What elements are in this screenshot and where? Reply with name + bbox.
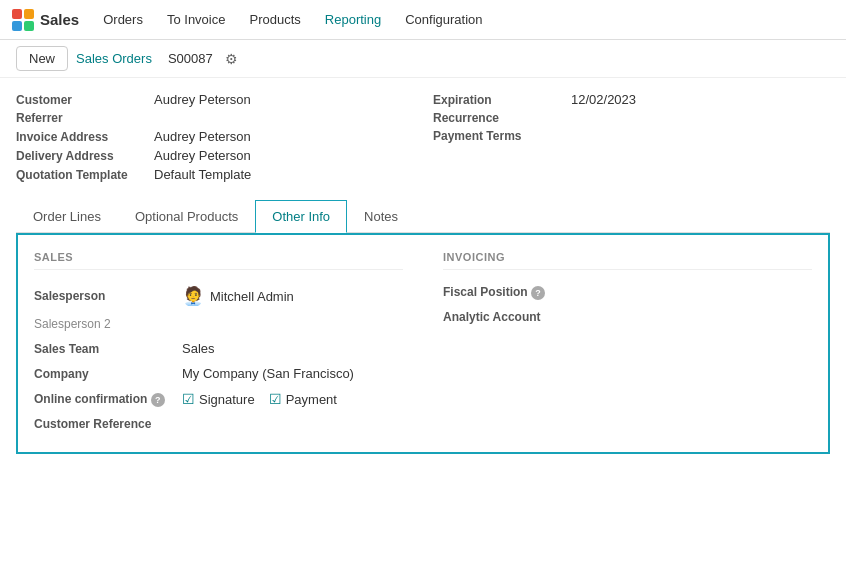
label-salesperson2: Salesperson 2 xyxy=(34,317,174,331)
field-fiscal-position: Fiscal Position ? xyxy=(443,280,812,305)
salesperson-name: Mitchell Admin xyxy=(210,289,294,304)
label-quotation-template: Quotation Template xyxy=(16,168,146,182)
checkbox-signature-icon: ☑ xyxy=(182,391,195,407)
nav-to-invoice[interactable]: To Invoice xyxy=(157,6,236,33)
gear-icon[interactable]: ⚙ xyxy=(225,51,238,67)
app-brand: Sales xyxy=(40,11,79,28)
field-referrer: Referrer xyxy=(16,109,413,127)
checkbox-payment-label: Payment xyxy=(286,392,337,407)
checkbox-signature-label: Signature xyxy=(199,392,255,407)
checkbox-payment: ☑ Payment xyxy=(269,391,337,407)
value-delivery-address: Audrey Peterson xyxy=(154,148,251,163)
label-company: Company xyxy=(34,367,174,381)
logo-sq-red xyxy=(12,9,22,19)
field-sales-team: Sales Team Sales xyxy=(34,336,403,361)
label-online-confirmation: Online confirmation ? xyxy=(34,392,174,407)
label-expiration: Expiration xyxy=(433,93,563,107)
value-customer: Audrey Peterson xyxy=(154,92,251,107)
label-referrer: Referrer xyxy=(16,111,146,125)
label-recurrence: Recurrence xyxy=(433,111,563,125)
tab-optional-products[interactable]: Optional Products xyxy=(118,200,255,233)
field-company: Company My Company (San Francisco) xyxy=(34,361,403,386)
value-company: My Company (San Francisco) xyxy=(182,366,354,381)
field-delivery-address: Delivery Address Audrey Peterson xyxy=(16,146,413,165)
nav-orders[interactable]: Orders xyxy=(93,6,153,33)
form-left: Customer Audrey Peterson Referrer Invoic… xyxy=(16,90,413,184)
tab-notes[interactable]: Notes xyxy=(347,200,415,233)
invoicing-section-title: INVOICING xyxy=(443,251,812,270)
avatar-img: 🧑‍💼 xyxy=(182,285,204,307)
logo-squares xyxy=(12,9,34,31)
tab-other-info[interactable]: Other Info xyxy=(255,200,347,233)
label-sales-team: Sales Team xyxy=(34,342,174,356)
field-online-confirmation: Online confirmation ? ☑ Signature ☑ Paym… xyxy=(34,386,403,412)
checkbox-payment-icon: ☑ xyxy=(269,391,282,407)
field-customer: Customer Audrey Peterson xyxy=(16,90,413,109)
field-payment-terms: Payment Terms xyxy=(433,127,830,145)
value-quotation-template: Default Template xyxy=(154,167,251,182)
toolbar: New Sales Orders S00087 ⚙ xyxy=(0,40,846,78)
fiscal-position-help-icon[interactable]: ? xyxy=(531,286,545,300)
logo-sq-yellow xyxy=(24,9,34,19)
field-salesperson2: Salesperson 2 xyxy=(34,312,403,336)
label-delivery-address: Delivery Address xyxy=(16,149,146,163)
label-customer: Customer xyxy=(16,93,146,107)
field-invoice-address: Invoice Address Audrey Peterson xyxy=(16,127,413,146)
value-sales-team: Sales xyxy=(182,341,215,356)
logo-sq-green xyxy=(24,21,34,31)
inner-grid: SALES Salesperson 🧑‍💼 Mitchell Admin Sal… xyxy=(34,251,812,436)
top-nav: Sales Orders To Invoice Products Reporti… xyxy=(0,0,846,40)
field-quotation-template: Quotation Template Default Template xyxy=(16,165,413,184)
online-confirmation-help-icon[interactable]: ? xyxy=(151,393,165,407)
checkbox-signature: ☑ Signature xyxy=(182,391,255,407)
sales-section-title: SALES xyxy=(34,251,403,270)
field-salesperson: Salesperson 🧑‍💼 Mitchell Admin xyxy=(34,280,403,312)
tab-order-lines[interactable]: Order Lines xyxy=(16,200,118,233)
form-grid: Customer Audrey Peterson Referrer Invoic… xyxy=(16,90,830,184)
label-invoice-address: Invoice Address xyxy=(16,130,146,144)
main-content: Customer Audrey Peterson Referrer Invoic… xyxy=(0,78,846,466)
field-expiration: Expiration 12/02/2023 xyxy=(433,90,830,109)
logo-sq-blue xyxy=(12,21,22,31)
salesperson-avatar: 🧑‍💼 xyxy=(182,285,204,307)
invoicing-section: INVOICING Fiscal Position ? Analytic Acc… xyxy=(443,251,812,436)
label-salesperson: Salesperson xyxy=(34,289,174,303)
form-right: Expiration 12/02/2023 Recurrence Payment… xyxy=(433,90,830,184)
value-salesperson: 🧑‍💼 Mitchell Admin xyxy=(182,285,294,307)
value-online-confirmation: ☑ Signature ☑ Payment xyxy=(182,391,337,407)
label-fiscal-position: Fiscal Position ? xyxy=(443,285,583,300)
sales-section: SALES Salesperson 🧑‍💼 Mitchell Admin Sal… xyxy=(34,251,403,436)
new-button[interactable]: New xyxy=(16,46,68,71)
value-invoice-address: Audrey Peterson xyxy=(154,129,251,144)
field-analytic-account: Analytic Account xyxy=(443,305,812,329)
nav-reporting[interactable]: Reporting xyxy=(315,6,391,33)
nav-configuration[interactable]: Configuration xyxy=(395,6,492,33)
label-customer-reference: Customer Reference xyxy=(34,417,174,431)
value-expiration: 12/02/2023 xyxy=(571,92,636,107)
field-recurrence: Recurrence xyxy=(433,109,830,127)
nav-products[interactable]: Products xyxy=(239,6,310,33)
order-ref: S00087 xyxy=(168,51,213,66)
tabs: Order Lines Optional Products Other Info… xyxy=(16,200,830,233)
app-logo: Sales xyxy=(12,9,79,31)
label-analytic-account: Analytic Account xyxy=(443,310,583,324)
field-customer-reference: Customer Reference xyxy=(34,412,403,436)
label-payment-terms: Payment Terms xyxy=(433,129,563,143)
tab-panel-other-info: SALES Salesperson 🧑‍💼 Mitchell Admin Sal… xyxy=(16,233,830,454)
breadcrumb-link[interactable]: Sales Orders xyxy=(76,51,152,66)
